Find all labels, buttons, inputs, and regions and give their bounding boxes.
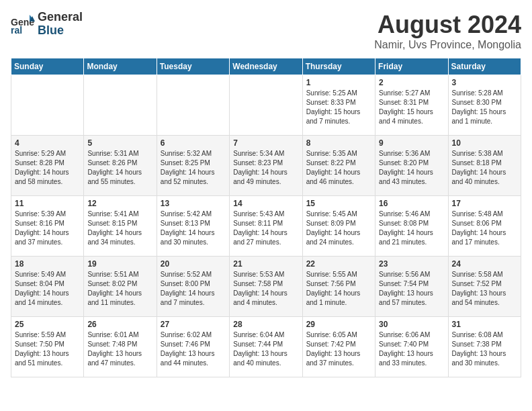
calendar-table: SundayMondayTuesdayWednesdayThursdayFrid… <box>11 58 521 377</box>
day-info: Sunrise: 5:25 AM Sunset: 8:33 PM Dayligh… <box>306 89 371 126</box>
calendar-cell: 14Sunrise: 5:43 AM Sunset: 8:11 PM Dayli… <box>230 196 302 257</box>
calendar-week-row: 1Sunrise: 5:25 AM Sunset: 8:33 PM Daylig… <box>11 75 521 136</box>
day-info: Sunrise: 5:29 AM Sunset: 8:28 PM Dayligh… <box>15 149 80 187</box>
day-info: Sunrise: 5:36 AM Sunset: 8:20 PM Dayligh… <box>379 149 444 187</box>
calendar-cell: 29Sunrise: 6:05 AM Sunset: 7:42 PM Dayli… <box>302 317 375 377</box>
calendar-cell: 6Sunrise: 5:32 AM Sunset: 8:25 PM Daylig… <box>157 136 229 196</box>
calendar-cell: 30Sunrise: 6:06 AM Sunset: 7:40 PM Dayli… <box>375 317 448 377</box>
day-number: 23 <box>379 259 444 269</box>
day-info: Sunrise: 5:42 AM Sunset: 8:13 PM Dayligh… <box>161 210 226 247</box>
day-number: 15 <box>306 199 371 208</box>
day-info: Sunrise: 5:55 AM Sunset: 7:56 PM Dayligh… <box>306 270 371 308</box>
calendar-cell: 25Sunrise: 5:59 AM Sunset: 7:50 PM Dayli… <box>11 317 84 377</box>
day-info: Sunrise: 6:02 AM Sunset: 7:46 PM Dayligh… <box>161 330 226 368</box>
day-number: 19 <box>87 259 152 269</box>
logo: Gene ral General Blue <box>11 11 83 38</box>
day-number: 29 <box>306 320 371 329</box>
day-number: 8 <box>306 138 371 148</box>
day-number: 30 <box>379 320 444 329</box>
calendar-cell <box>84 75 157 136</box>
calendar-cell: 13Sunrise: 5:42 AM Sunset: 8:13 PM Dayli… <box>157 196 229 257</box>
day-info: Sunrise: 5:56 AM Sunset: 7:54 PM Dayligh… <box>379 270 444 308</box>
day-number: 16 <box>379 199 444 208</box>
calendar-cell: 4Sunrise: 5:29 AM Sunset: 8:28 PM Daylig… <box>11 136 84 196</box>
day-number: 1 <box>306 78 371 87</box>
calendar-cell: 1Sunrise: 5:25 AM Sunset: 8:33 PM Daylig… <box>302 75 375 136</box>
calendar-week-row: 25Sunrise: 5:59 AM Sunset: 7:50 PM Dayli… <box>11 317 521 377</box>
calendar-cell: 26Sunrise: 6:01 AM Sunset: 7:48 PM Dayli… <box>84 317 157 377</box>
calendar-cell: 31Sunrise: 6:08 AM Sunset: 7:38 PM Dayli… <box>448 317 521 377</box>
day-info: Sunrise: 6:05 AM Sunset: 7:42 PM Dayligh… <box>306 330 371 368</box>
calendar-week-row: 4Sunrise: 5:29 AM Sunset: 8:28 PM Daylig… <box>11 136 521 196</box>
calendar-cell: 23Sunrise: 5:56 AM Sunset: 7:54 PM Dayli… <box>375 257 448 317</box>
calendar-cell: 3Sunrise: 5:28 AM Sunset: 8:30 PM Daylig… <box>448 75 521 136</box>
day-info: Sunrise: 6:08 AM Sunset: 7:38 PM Dayligh… <box>452 330 517 368</box>
weekday-header: Saturday <box>448 58 521 75</box>
calendar-cell: 21Sunrise: 5:53 AM Sunset: 7:58 PM Dayli… <box>230 257 302 317</box>
calendar-week-row: 18Sunrise: 5:49 AM Sunset: 8:04 PM Dayli… <box>11 257 521 317</box>
calendar-cell: 22Sunrise: 5:55 AM Sunset: 7:56 PM Dayli… <box>302 257 375 317</box>
weekday-header: Friday <box>375 58 448 75</box>
calendar-cell: 17Sunrise: 5:48 AM Sunset: 8:06 PM Dayli… <box>448 196 521 257</box>
calendar-week-row: 11Sunrise: 5:39 AM Sunset: 8:16 PM Dayli… <box>11 196 521 257</box>
day-number: 27 <box>161 320 226 329</box>
logo-general: General <box>38 11 83 24</box>
svg-text:ral: ral <box>11 25 22 36</box>
day-number: 12 <box>87 199 152 208</box>
day-number: 9 <box>379 138 444 148</box>
day-info: Sunrise: 5:45 AM Sunset: 8:09 PM Dayligh… <box>306 210 371 247</box>
day-info: Sunrise: 5:48 AM Sunset: 8:06 PM Dayligh… <box>452 210 517 247</box>
calendar-cell: 24Sunrise: 5:58 AM Sunset: 7:52 PM Dayli… <box>448 257 521 317</box>
calendar-cell: 10Sunrise: 5:38 AM Sunset: 8:18 PM Dayli… <box>448 136 521 196</box>
calendar-cell: 12Sunrise: 5:41 AM Sunset: 8:15 PM Dayli… <box>84 196 157 257</box>
day-number: 20 <box>161 259 226 269</box>
day-info: Sunrise: 5:27 AM Sunset: 8:31 PM Dayligh… <box>379 89 444 126</box>
calendar-cell: 5Sunrise: 5:31 AM Sunset: 8:26 PM Daylig… <box>84 136 157 196</box>
calendar-cell: 16Sunrise: 5:46 AM Sunset: 8:08 PM Dayli… <box>375 196 448 257</box>
day-number: 4 <box>15 138 80 148</box>
day-info: Sunrise: 5:38 AM Sunset: 8:18 PM Dayligh… <box>452 149 517 187</box>
day-number: 14 <box>233 199 298 208</box>
day-number: 25 <box>15 320 80 329</box>
logo-icon: Gene ral <box>11 12 35 36</box>
weekday-header: Wednesday <box>230 58 302 75</box>
day-number: 3 <box>452 78 517 87</box>
day-info: Sunrise: 5:39 AM Sunset: 8:16 PM Dayligh… <box>15 210 80 247</box>
calendar-cell: 7Sunrise: 5:34 AM Sunset: 8:23 PM Daylig… <box>230 136 302 196</box>
day-info: Sunrise: 5:52 AM Sunset: 8:00 PM Dayligh… <box>161 270 226 308</box>
day-number: 22 <box>306 259 371 269</box>
weekday-header: Tuesday <box>157 58 229 75</box>
day-info: Sunrise: 5:51 AM Sunset: 8:02 PM Dayligh… <box>87 270 152 308</box>
calendar-cell <box>230 75 302 136</box>
weekday-header: Monday <box>84 58 157 75</box>
title-area: August 2024 Namir, Uvs Province, Mongoli… <box>374 11 521 51</box>
calendar-cell: 27Sunrise: 6:02 AM Sunset: 7:46 PM Dayli… <box>157 317 229 377</box>
page-header: Gene ral General Blue August 2024 Namir,… <box>11 11 521 51</box>
day-number: 11 <box>15 199 80 208</box>
day-number: 2 <box>379 78 444 87</box>
location-title: Namir, Uvs Province, Mongolia <box>374 39 521 51</box>
weekday-header: Sunday <box>11 58 84 75</box>
day-number: 6 <box>161 138 226 148</box>
day-info: Sunrise: 5:41 AM Sunset: 8:15 PM Dayligh… <box>87 210 152 247</box>
day-info: Sunrise: 5:34 AM Sunset: 8:23 PM Dayligh… <box>233 149 298 187</box>
day-info: Sunrise: 5:28 AM Sunset: 8:30 PM Dayligh… <box>452 89 517 126</box>
day-number: 21 <box>233 259 298 269</box>
day-number: 13 <box>161 199 226 208</box>
calendar-cell: 15Sunrise: 5:45 AM Sunset: 8:09 PM Dayli… <box>302 196 375 257</box>
day-info: Sunrise: 5:59 AM Sunset: 7:50 PM Dayligh… <box>15 330 80 368</box>
calendar-cell <box>157 75 229 136</box>
day-info: Sunrise: 6:04 AM Sunset: 7:44 PM Dayligh… <box>233 330 298 368</box>
day-number: 5 <box>87 138 152 148</box>
day-number: 18 <box>15 259 80 269</box>
calendar-cell: 9Sunrise: 5:36 AM Sunset: 8:20 PM Daylig… <box>375 136 448 196</box>
month-title: August 2024 <box>374 11 521 39</box>
day-info: Sunrise: 5:32 AM Sunset: 8:25 PM Dayligh… <box>161 149 226 187</box>
day-info: Sunrise: 6:06 AM Sunset: 7:40 PM Dayligh… <box>379 330 444 368</box>
calendar-cell: 19Sunrise: 5:51 AM Sunset: 8:02 PM Dayli… <box>84 257 157 317</box>
day-info: Sunrise: 5:31 AM Sunset: 8:26 PM Dayligh… <box>87 149 152 187</box>
day-info: Sunrise: 5:53 AM Sunset: 7:58 PM Dayligh… <box>233 270 298 308</box>
day-number: 10 <box>452 138 517 148</box>
calendar-cell: 18Sunrise: 5:49 AM Sunset: 8:04 PM Dayli… <box>11 257 84 317</box>
day-number: 28 <box>233 320 298 329</box>
